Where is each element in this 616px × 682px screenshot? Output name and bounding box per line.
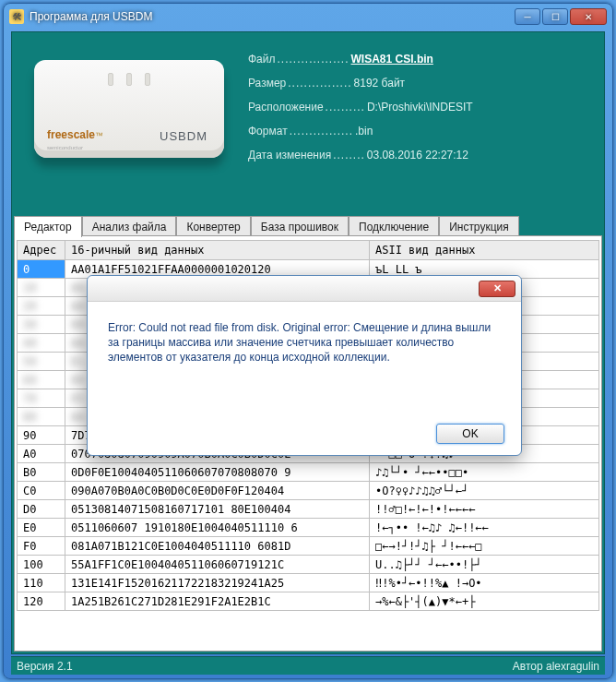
meta-file-link[interactable]: WISA81 CSI.bin: [351, 47, 433, 71]
app-icon: 🛠: [9, 9, 24, 24]
minimize-button[interactable]: ─: [515, 8, 540, 25]
tab-1[interactable]: Анализ файла: [82, 216, 177, 237]
device-image: freescale™ semiconductor USBDM: [34, 60, 224, 158]
meta-size-label: Размер: [248, 71, 286, 95]
table-row[interactable]: 10055A1FF1C0E100404051106060719121CU..♫├…: [18, 556, 599, 574]
maximize-button[interactable]: ☐: [542, 8, 568, 25]
table-row[interactable]: E00511060607 1910180E1004040511110 6!←┐•…: [18, 519, 599, 537]
tab-bar: РедакторАнализ файлаКонвертерБаза прошив…: [12, 213, 604, 235]
status-bar: Версия 2.1 Автор alexragulin: [11, 656, 605, 675]
col-addr[interactable]: Адрес: [18, 241, 65, 260]
titlebar[interactable]: 🛠 Программа для USBDM ─ ☐ ✕: [4, 4, 612, 30]
table-row[interactable]: F0081A071B121C0E1004040511110 6081D□←→!┘…: [18, 537, 599, 556]
window-title: Программа для USBDM: [30, 10, 515, 23]
meta-loc-value: D:\Proshivki\INDESIT: [367, 95, 473, 119]
info-panel: freescale™ semiconductor USBDM Файл ....…: [12, 32, 604, 213]
tab-3[interactable]: База прошивок: [251, 216, 349, 237]
error-dialog: ✕ Error: Could not read file from disk. …: [87, 275, 522, 456]
device-brand: freescale: [47, 128, 95, 141]
table-row[interactable]: C0090A070B0A0C0B0D0C0E0D0F0F120404•О?♀♀♪…: [18, 482, 599, 500]
file-meta: Файл ..................WISA81 CSI.bin Ра…: [248, 47, 593, 167]
tab-4[interactable]: Подключение: [349, 216, 439, 237]
status-author: Автор alexragulin: [513, 660, 599, 673]
close-button[interactable]: ✕: [570, 8, 607, 25]
dialog-close-button[interactable]: ✕: [479, 281, 515, 297]
device-label: USBDM: [160, 129, 207, 143]
meta-date-label: Дата изменения: [248, 143, 331, 167]
meta-file-label: Файл: [248, 47, 276, 71]
tab-2[interactable]: Конвертер: [176, 216, 250, 237]
status-version: Версия 2.1: [17, 660, 73, 673]
meta-loc-label: Расположение: [248, 95, 324, 119]
meta-fmt-value: .bin: [355, 119, 373, 143]
table-row[interactable]: B00D0F0E1004040511060607070808070 9♪♫└┘•…: [18, 463, 599, 482]
meta-fmt-label: Формат: [248, 119, 288, 143]
device-sub: semiconductor: [47, 145, 83, 150]
dialog-message: Error: Could not read file from disk. Or…: [88, 302, 521, 383]
tab-0[interactable]: Редактор: [14, 216, 82, 237]
table-row[interactable]: 1201A251B261C271D281E291F2A1E2B1C→%←&├'┤…: [18, 592, 599, 611]
meta-date-value: 03.08.2016 22:27:12: [367, 143, 468, 167]
dialog-ok-button[interactable]: OK: [436, 424, 504, 444]
dialog-titlebar[interactable]: ✕: [88, 276, 521, 302]
table-row[interactable]: 110131E141F152016211722183219241A25‼!%•┘…: [18, 574, 599, 592]
meta-size-value: 8192 байт: [354, 71, 406, 95]
col-hex[interactable]: 16-ричный вид данных: [65, 241, 370, 260]
tab-5[interactable]: Инструкция: [439, 216, 519, 237]
table-row[interactable]: D005130814071508160717101 80E100404!!♂□!…: [18, 500, 599, 519]
col-asc[interactable]: ASII вид данных: [370, 241, 599, 260]
